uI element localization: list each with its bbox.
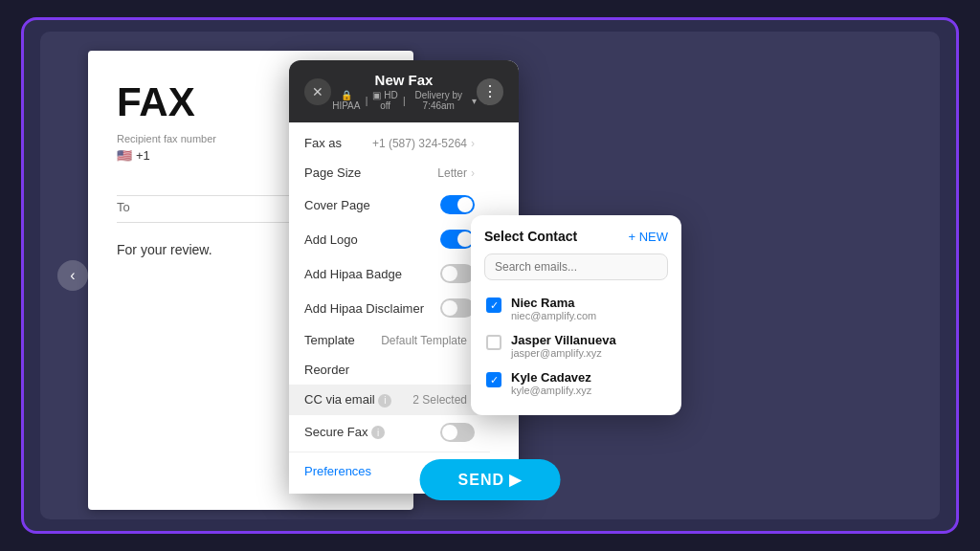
menu-divider: [289, 452, 490, 452]
add-hipaa-disclaimer-label: Add Hipaa Disclaimer: [304, 301, 424, 316]
cc-selected-count: 2 Selected: [412, 393, 467, 407]
contact-checkbox-jasper[interactable]: [486, 335, 501, 350]
toggle-knob: [442, 266, 457, 281]
modal-subtitle: 🔒 HIPAA | ▣ HD off | Delivery by 7:46am …: [331, 90, 477, 111]
contact-email-kyle: kyle@amplify.xyz: [511, 385, 591, 396]
contact-item-kyle[interactable]: ✓ Kyle Cadavez kyle@amplify.xyz: [484, 364, 668, 402]
add-logo-toggle[interactable]: [440, 230, 475, 249]
secure-fax-info-icon[interactable]: i: [371, 426, 385, 439]
contact-panel: Select Contact + NEW ✓ Niec Rama niec@am…: [471, 215, 681, 415]
cc-email-value: 2 Selected ›: [412, 393, 475, 407]
template-value: Default Template ›: [381, 334, 475, 347]
contact-info-kyle: Kyle Cadavez kyle@amplify.xyz: [511, 370, 591, 396]
page-size-label: Page Size: [304, 165, 361, 180]
cc-email-label: CC via email i: [304, 392, 391, 408]
menu-item-fax-as[interactable]: Fax as +1 (587) 324-5264 ›: [289, 128, 490, 158]
cc-email-info-icon[interactable]: i: [378, 394, 391, 408]
send-button[interactable]: SEND ▶: [420, 459, 561, 500]
menu-item-secure-fax[interactable]: Secure Fax i: [289, 415, 490, 450]
hd-badge: ▣ HD off: [371, 90, 399, 111]
reorder-label: Reorder: [304, 363, 349, 377]
template-label: Template: [304, 333, 355, 347]
menu-item-reorder[interactable]: Reorder: [289, 355, 490, 385]
contact-info-jasper: Jasper Villanueva jasper@amplify.xyz: [511, 333, 616, 359]
fax-as-label: Fax as: [304, 136, 342, 150]
menu-item-cover-page[interactable]: Cover Page: [289, 187, 490, 222]
hipaa-badge: 🔒 HIPAA: [331, 90, 362, 111]
flag-icon: 🇺🇸: [117, 148, 132, 163]
contact-item-jasper[interactable]: Jasper Villanueva jasper@amplify.xyz: [484, 327, 668, 364]
contact-email-jasper: jasper@amplify.xyz: [511, 347, 616, 359]
chevron-right-icon: ›: [471, 137, 475, 150]
contact-panel-title: Select Contact: [484, 229, 577, 244]
modal-header: ✕ New Fax 🔒 HIPAA | ▣ HD off | Delivery …: [289, 60, 519, 122]
contact-name-kyle: Kyle Cadavez: [511, 370, 591, 385]
delivery-chevron: ▾: [472, 96, 477, 106]
add-hipaa-badge-label: Add Hipaa Badge: [304, 267, 402, 281]
menu-item-add-logo[interactable]: Add Logo: [289, 222, 490, 256]
cover-page-label: Cover Page: [304, 198, 370, 212]
more-options-button[interactable]: ⋮: [477, 78, 503, 105]
add-hipaa-badge-toggle[interactable]: [440, 264, 475, 283]
contact-name-niec: Niec Rama: [511, 296, 596, 310]
contact-checkbox-niec[interactable]: ✓: [486, 298, 501, 313]
prev-page-button[interactable]: ‹: [57, 260, 88, 291]
contact-item-niec-rama[interactable]: ✓ Niec Rama niec@amplify.com: [484, 290, 668, 327]
to-label: To: [117, 200, 130, 214]
toggle-knob: [457, 197, 473, 212]
chevron-right-icon: ›: [471, 166, 475, 180]
add-logo-label: Add Logo: [304, 232, 358, 247]
close-button[interactable]: ✕: [304, 78, 331, 105]
contact-info-niec: Niec Rama niec@amplify.com: [511, 296, 596, 321]
contact-email-niec: niec@amplify.com: [511, 310, 596, 321]
contact-search-input[interactable]: [484, 253, 668, 280]
toggle-knob: [442, 300, 457, 316]
phone-prefix: +1: [136, 148, 150, 163]
menu-item-add-hipaa-badge[interactable]: Add Hipaa Badge: [289, 256, 490, 291]
cover-page-toggle[interactable]: [440, 195, 475, 214]
screen-border: FAX Recipient fax number 🇺🇸 +1 From Jas …: [21, 17, 959, 534]
contact-checkbox-kyle[interactable]: ✓: [486, 372, 501, 387]
delivery-badge: Delivery by 7:46am: [410, 90, 468, 111]
page-size-value: Letter ›: [437, 166, 475, 180]
modal-title: New Fax: [331, 72, 477, 88]
modal-header-center: New Fax 🔒 HIPAA | ▣ HD off | Delivery by…: [331, 72, 477, 111]
secure-fax-label: Secure Fax i: [304, 425, 385, 440]
new-contact-button[interactable]: + NEW: [628, 230, 668, 244]
contact-name-jasper: Jasper Villanueva: [511, 333, 616, 347]
menu-item-page-size[interactable]: Page Size Letter ›: [289, 158, 490, 187]
add-hipaa-disclaimer-toggle[interactable]: [440, 298, 475, 318]
toggle-knob: [442, 425, 457, 440]
screen-content: FAX Recipient fax number 🇺🇸 +1 From Jas …: [40, 32, 940, 519]
menu-item-cc-email[interactable]: CC via email i 2 Selected ›: [289, 385, 490, 415]
settings-menu: Fax as +1 (587) 324-5264 › Page Size Let…: [289, 122, 490, 494]
secure-fax-toggle[interactable]: [440, 423, 475, 442]
menu-item-add-hipaa-disclaimer[interactable]: Add Hipaa Disclaimer: [289, 291, 490, 325]
contact-panel-header: Select Contact + NEW: [484, 229, 668, 244]
fax-as-value: +1 (587) 324-5264 ›: [372, 137, 475, 150]
menu-item-template[interactable]: Template Default Template ›: [289, 325, 490, 355]
